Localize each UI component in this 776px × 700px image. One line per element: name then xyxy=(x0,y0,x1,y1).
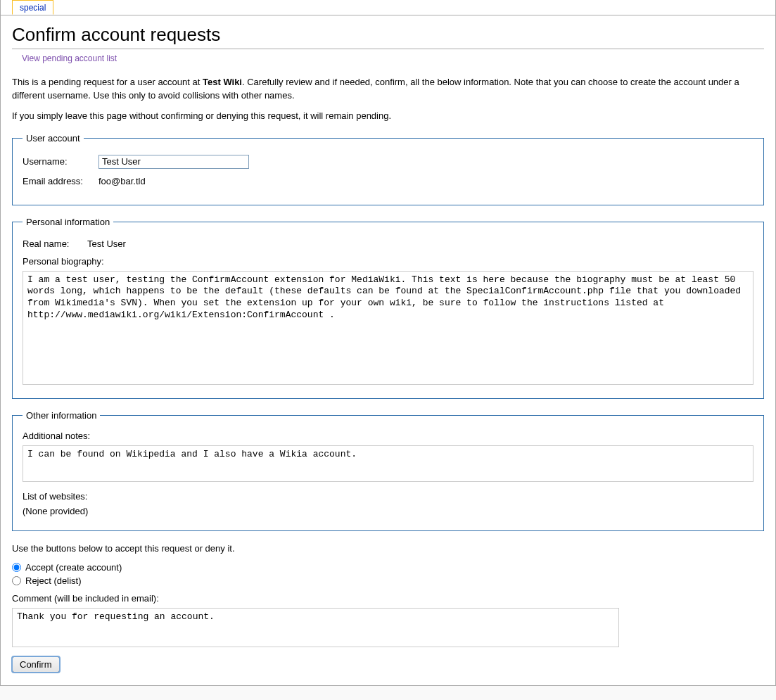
other-info-fieldset: Other information Additional notes: List… xyxy=(12,410,764,531)
username-label: Username: xyxy=(23,156,98,167)
view-pending-link[interactable]: View pending account list xyxy=(22,53,117,63)
confirm-button[interactable]: Confirm xyxy=(12,656,60,673)
personal-info-fieldset: Personal information Real name: Test Use… xyxy=(12,217,764,399)
comment-label: Comment (will be included in email): xyxy=(12,593,764,604)
notes-textarea[interactable] xyxy=(23,445,753,482)
tab-special[interactable]: special xyxy=(12,0,53,15)
username-input[interactable] xyxy=(98,155,249,169)
user-account-fieldset: User account Username: Email address: fo… xyxy=(12,133,764,205)
user-account-legend: User account xyxy=(23,133,84,144)
accept-radio[interactable] xyxy=(12,563,21,572)
wiki-name: Test Wiki xyxy=(203,77,242,87)
bio-textarea[interactable] xyxy=(23,271,753,385)
intro-paragraph-2: If you simply leave this page without co… xyxy=(12,110,764,123)
personal-info-legend: Personal information xyxy=(23,217,113,227)
other-info-legend: Other information xyxy=(23,410,100,421)
notes-label: Additional notes: xyxy=(23,431,753,441)
reject-radio[interactable] xyxy=(12,576,21,585)
email-label: Email address: xyxy=(23,176,98,186)
realname-value: Test User xyxy=(87,238,126,249)
reject-label[interactable]: Reject (delist) xyxy=(25,575,81,586)
intro-paragraph-1: This is a pending request for a user acc… xyxy=(12,76,764,103)
page-title: Confirm account requests xyxy=(12,24,764,49)
realname-label: Real name: xyxy=(23,238,87,249)
websites-label: List of websites: xyxy=(23,491,753,502)
email-value: foo@bar.tld xyxy=(98,176,146,186)
comment-textarea[interactable] xyxy=(12,608,619,647)
bio-label: Personal biography: xyxy=(23,256,753,267)
accept-label[interactable]: Accept (create account) xyxy=(25,562,122,573)
action-instruction: Use the buttons below to accept this req… xyxy=(12,542,764,556)
websites-value: (None provided) xyxy=(23,506,753,516)
